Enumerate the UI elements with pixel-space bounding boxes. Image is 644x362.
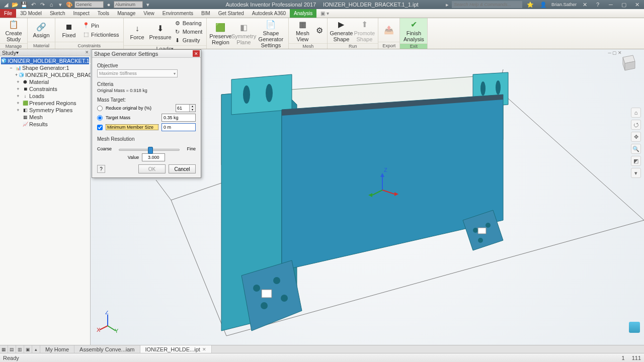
browser-header[interactable]: Study ▾ <box>0 49 90 56</box>
target-mass-radio[interactable] <box>97 115 103 121</box>
nav-zoom-icon[interactable]: 🔍 <box>631 144 641 154</box>
maximize-icon[interactable]: ▢ <box>619 1 629 8</box>
tree-root[interactable]: 🧊IONIZER_HOLDER_BRACKET.1_1.ipt <box>1 57 89 64</box>
assign-button[interactable]: 🔗Assign <box>31 21 52 38</box>
steering-wheel-icon[interactable] <box>629 322 640 333</box>
mesh-resolution-slider[interactable] <box>119 149 180 151</box>
preserve-region-button[interactable]: 🟩Preserve Region <box>210 22 231 45</box>
tab-view[interactable]: View <box>139 9 158 18</box>
tree-mesh[interactable]: ▦Mesh <box>1 114 89 121</box>
generate-shape-button[interactable]: ▶Generate Shape <box>331 19 352 42</box>
nav-pan-icon[interactable]: ✥ <box>631 132 641 142</box>
vp-close-icon[interactable]: ✕ <box>618 50 622 55</box>
tree-shape-gen[interactable]: −📊Shape Generator:1 <box>1 64 89 71</box>
nav-home-icon[interactable]: ⌂ <box>631 108 641 118</box>
tab-a360[interactable]: Autodesk A360 <box>248 9 290 18</box>
qat-more-icon[interactable]: ▾ <box>144 1 152 8</box>
help-icon[interactable]: ? <box>593 1 603 8</box>
search-arrow-icon[interactable]: ▸ <box>446 2 449 8</box>
ok-button[interactable]: OK <box>138 164 166 173</box>
target-mass-input[interactable] <box>162 114 196 122</box>
doctab-up-icon[interactable]: ▴ <box>32 345 40 353</box>
material-dropdown[interactable]: Aluminum <box>114 1 143 8</box>
reduce-percent-input[interactable] <box>176 106 189 111</box>
viewport[interactable]: Z ⌂ ⭯ ✥ 🔍 ◩ ▾ Z X Y ─ ▢ ✕ <box>91 49 644 353</box>
cancel-button[interactable]: Cancel <box>169 164 196 173</box>
app-icon[interactable]: ◢ <box>2 1 10 8</box>
mesh-view-button[interactable]: ▦Mesh View <box>292 19 313 42</box>
bearing-button[interactable]: ⚙Bearing <box>173 19 204 27</box>
tab-tools[interactable]: Tools <box>94 9 113 18</box>
moment-button[interactable]: ↻Moment <box>173 28 204 36</box>
doctab-close-icon[interactable]: ✕ <box>202 347 206 352</box>
tab-manage[interactable]: Manage <box>113 9 139 18</box>
tab-3d-model[interactable]: 3D Model <box>16 9 46 18</box>
finish-analysis-button[interactable]: ✔Finish Analysis <box>403 19 424 42</box>
minimize-icon[interactable]: ─ <box>606 1 616 8</box>
tree-material[interactable]: +⬢Material <box>1 78 89 85</box>
objective-select[interactable]: Maximize Stiffness <box>97 69 178 77</box>
dialog-help-icon[interactable]: ? <box>97 165 105 173</box>
vp-min-icon[interactable]: ─ <box>608 50 611 55</box>
doctab-home[interactable]: My Home <box>40 345 74 353</box>
reduce-by-radio[interactable] <box>97 106 103 111</box>
tree-results[interactable]: 📈Results <box>1 121 89 128</box>
min-member-input[interactable] <box>162 123 196 131</box>
create-study-button[interactable]: 📋Create Study <box>3 19 24 42</box>
browser-close-icon[interactable]: ✕ <box>85 50 89 55</box>
favorite-icon[interactable]: ✕ <box>580 1 590 8</box>
export-button[interactable]: 📤 <box>381 25 396 36</box>
dialog-title[interactable]: Shape Generator Settings ✕ <box>92 50 201 58</box>
viewcube[interactable] <box>618 53 638 73</box>
pin-button[interactable]: 📍Pin <box>82 22 120 30</box>
user-icon[interactable]: 👤 <box>538 1 548 8</box>
tab-inspect[interactable]: Inspect <box>69 9 94 18</box>
tree-loads[interactable]: +↓Loads <box>1 93 89 100</box>
tree-symmetry[interactable]: +◧Symmetry Planes <box>1 107 89 114</box>
tab-bim[interactable]: BIM <box>197 9 214 18</box>
symmetry-plane-button[interactable]: ◧Symmetry Plane <box>233 22 254 45</box>
doctab-tile2-icon[interactable]: ▤ <box>8 345 16 353</box>
open-icon[interactable]: 📂 <box>11 1 19 8</box>
doctab-tile1-icon[interactable]: ▦ <box>0 345 8 353</box>
nav-orbit-icon[interactable]: ⭯ <box>631 120 641 130</box>
promote-shape-button[interactable]: ⬆Promote Shape <box>354 19 375 42</box>
doctab-tile3-icon[interactable]: ▥ <box>16 345 24 353</box>
tab-file[interactable]: File <box>0 9 16 18</box>
dialog-close-icon[interactable]: ✕ <box>193 50 200 57</box>
user-name[interactable]: Brian.Sather <box>551 2 577 7</box>
appearance-dropdown[interactable]: Generic <box>74 1 104 8</box>
force-button[interactable]: ↓Force <box>127 23 148 40</box>
doctab-part[interactable]: IONIZER_HOLDE...ipt✕ <box>140 345 212 353</box>
tree-constraints[interactable]: +⏹Constraints <box>1 85 89 93</box>
gravity-button[interactable]: ⬇Gravity <box>173 36 204 44</box>
close-icon[interactable]: ✕ <box>632 1 642 8</box>
save-icon[interactable]: 💾 <box>20 1 28 8</box>
paint-icon[interactable]: 🎨 <box>65 1 73 8</box>
nav-more-icon[interactable]: ▾ <box>631 168 641 178</box>
search-input[interactable] <box>452 1 522 8</box>
tree-preserved[interactable]: +🟩Preserved Regions <box>1 100 89 107</box>
tab-sketch[interactable]: Sketch <box>46 9 69 18</box>
pressure-button[interactable]: ⬇Pressure <box>150 23 171 40</box>
tree-part-ref[interactable]: +🧊IONIZER_HOLDER_BRACKET.1_1.ipt <box>1 71 89 78</box>
material-icon[interactable]: ● <box>105 1 113 8</box>
undo-icon[interactable]: ↶ <box>29 1 37 8</box>
tab-end-icon[interactable]: ▣ ▾ <box>316 9 333 18</box>
signin-icon[interactable]: ⭐ <box>525 1 535 8</box>
qat-icon[interactable]: ▾ <box>56 1 64 8</box>
vp-max-icon[interactable]: ▢ <box>612 50 617 55</box>
home-icon[interactable]: ⌂ <box>47 1 55 8</box>
nav-lookat-icon[interactable]: ◩ <box>631 156 641 166</box>
min-member-checkbox[interactable] <box>97 125 103 130</box>
mesh-settings-button[interactable]: ⚙ <box>315 25 324 36</box>
reduce-percent-spinner[interactable]: ▴▾ <box>176 104 196 112</box>
tab-environments[interactable]: Environments <box>158 9 197 18</box>
doctab-assembly[interactable]: Assembly Conve...iam <box>74 345 140 353</box>
mesh-value-input[interactable] <box>142 153 165 161</box>
tab-analysis[interactable]: Analysis <box>290 9 316 18</box>
frictionless-button[interactable]: ⬚Frictionless <box>82 31 120 39</box>
fixed-button[interactable]: ⏹Fixed <box>58 21 79 38</box>
tab-get-started[interactable]: Get Started <box>214 9 248 18</box>
doctab-tile4-icon[interactable]: ▣ <box>24 345 32 353</box>
